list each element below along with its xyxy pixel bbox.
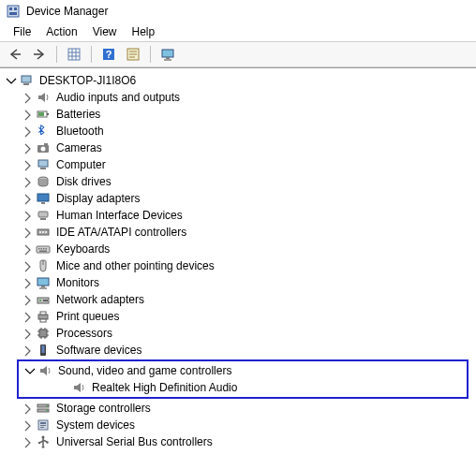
tree-node-root[interactable]: DESKTOP-JI1I8O6	[0, 72, 476, 89]
tree-node-display-adapters[interactable]: Display adapters	[0, 190, 476, 207]
bluetooth-icon	[36, 124, 51, 139]
storage-icon	[36, 401, 51, 416]
expander-icon[interactable]	[21, 242, 34, 256]
tree-node-universal-serial-bus-controllers[interactable]: Universal Serial Bus controllers	[0, 433, 476, 450]
tree-node-disk-drives[interactable]: Disk drives	[0, 173, 476, 190]
expander-icon[interactable]	[21, 158, 34, 171]
tree-node-keyboards[interactable]: Keyboards	[0, 241, 476, 257]
tree-label: Monitors	[54, 276, 101, 289]
computer-icon	[36, 157, 51, 172]
expander-icon[interactable]	[21, 209, 34, 222]
forward-button[interactable]	[28, 44, 51, 65]
tree-label: DESKTOP-JI1I8O6	[37, 74, 138, 87]
tree-label: Disk drives	[54, 175, 113, 188]
tree-node-monitors[interactable]: Monitors	[0, 274, 476, 291]
expander-icon[interactable]	[21, 344, 34, 357]
tree-node-network-adapters[interactable]: Network adapters	[0, 291, 476, 308]
menu-help[interactable]: Help	[125, 23, 163, 40]
tree-node-batteries[interactable]: Batteries	[0, 106, 476, 123]
tree-label: Display adapters	[54, 192, 141, 205]
printer-icon	[36, 309, 51, 324]
tree-node-processors[interactable]: Processors	[0, 325, 476, 342]
cpu-icon	[36, 326, 51, 341]
tree-label: Sound, video and game controllers	[56, 364, 233, 377]
menu-view[interactable]: View	[85, 23, 125, 40]
toolbar-separator	[56, 46, 57, 63]
tree-label: Cameras	[54, 141, 104, 154]
tree-label: Mice and other pointing devices	[54, 259, 216, 272]
tree-label: Realtek High Definition Audio	[90, 381, 239, 394]
expander-icon[interactable]	[22, 364, 36, 377]
tree-node-bluetooth[interactable]: Bluetooth	[0, 123, 476, 139]
tree-node-print-queues[interactable]: Print queues	[0, 308, 476, 325]
expander-icon[interactable]	[4, 74, 17, 87]
toolbar-separator	[150, 46, 151, 63]
expander-icon[interactable]	[21, 327, 34, 340]
properties-button[interactable]	[122, 44, 144, 65]
battery-icon	[36, 107, 51, 122]
hid-icon	[36, 208, 51, 223]
ide-icon	[36, 225, 51, 240]
tree-label: Storage controllers	[54, 402, 153, 415]
tree-node-computer[interactable]: Computer	[0, 156, 476, 173]
expander-icon[interactable]	[21, 91, 34, 104]
tree-label: System devices	[54, 418, 137, 432]
tree-label: Software devices	[54, 344, 143, 357]
display-icon	[36, 191, 51, 206]
menubar: File Action View Help	[0, 22, 476, 41]
keyboard-icon	[36, 242, 51, 256]
expander-icon[interactable]	[21, 259, 34, 272]
expander-icon[interactable]	[21, 276, 34, 289]
expander-icon[interactable]	[21, 402, 34, 415]
tree-label: Universal Serial Bus controllers	[54, 435, 215, 448]
expander-icon[interactable]	[21, 418, 34, 432]
tree-label: Human Interface Devices	[54, 209, 185, 222]
tree-node-audio-inputs-and-outputs[interactable]: Audio inputs and outputs	[0, 89, 476, 106]
tree-label: IDE ATA/ATAPI controllers	[54, 226, 188, 239]
titlebar: Device Manager	[0, 0, 476, 22]
scan-hardware-button[interactable]	[156, 44, 179, 65]
expander-icon[interactable]	[21, 435, 34, 448]
software-icon	[36, 343, 51, 358]
expander-icon[interactable]	[21, 310, 34, 323]
expander-icon[interactable]	[21, 226, 34, 239]
system-icon	[36, 418, 51, 432]
tree-label: Print queues	[54, 310, 121, 323]
expander-icon[interactable]	[21, 125, 34, 138]
back-button[interactable]	[4, 44, 26, 65]
tree-node-human-interface-devices[interactable]: Human Interface Devices	[0, 207, 476, 224]
tree-node-ide-ata-atapi-controllers[interactable]: IDE ATA/ATAPI controllers	[0, 224, 476, 241]
mouse-icon	[36, 258, 51, 273]
tree-node-cameras[interactable]: Cameras	[0, 139, 476, 156]
tree-node-system-devices[interactable]: System devices	[0, 417, 476, 433]
menu-action[interactable]: Action	[38, 23, 84, 40]
network-icon	[36, 292, 51, 307]
window-title: Device Manager	[26, 5, 108, 18]
tree-node-mice-and-other-pointing-devices[interactable]: Mice and other pointing devices	[0, 257, 476, 274]
help-button[interactable]	[97, 44, 120, 65]
show-hide-tree-button[interactable]	[63, 44, 85, 65]
usb-icon	[36, 434, 51, 449]
tree-label: Computer	[54, 158, 108, 171]
expander-icon[interactable]	[21, 175, 34, 188]
app-icon	[6, 4, 21, 19]
speaker-icon	[36, 90, 51, 105]
expander-icon[interactable]	[21, 192, 34, 205]
computer-icon	[19, 73, 34, 88]
toolbar	[0, 41, 476, 67]
expander-icon[interactable]	[21, 141, 34, 154]
tree-label: Bluetooth	[54, 125, 106, 138]
tree-label: Batteries	[54, 108, 102, 121]
tree-node-sound-video-and-game-controllers[interactable]: Sound, video and game controllers	[19, 362, 467, 379]
tree-node-software-devices[interactable]: Software devices	[0, 342, 476, 359]
tree-label: Audio inputs and outputs	[54, 91, 182, 104]
tree-label: Processors	[54, 327, 114, 340]
tree-node-realtek-high-definition-audio[interactable]: Realtek High Definition Audio	[19, 379, 467, 396]
speaker-icon	[71, 380, 86, 395]
device-tree[interactable]: DESKTOP-JI1I8O6 Audio inputs and outputs…	[0, 67, 476, 469]
menu-file[interactable]: File	[6, 23, 38, 40]
expander-icon[interactable]	[21, 293, 34, 306]
monitor-icon	[36, 275, 51, 290]
tree-node-storage-controllers[interactable]: Storage controllers	[0, 400, 476, 417]
expander-icon[interactable]	[21, 108, 34, 121]
